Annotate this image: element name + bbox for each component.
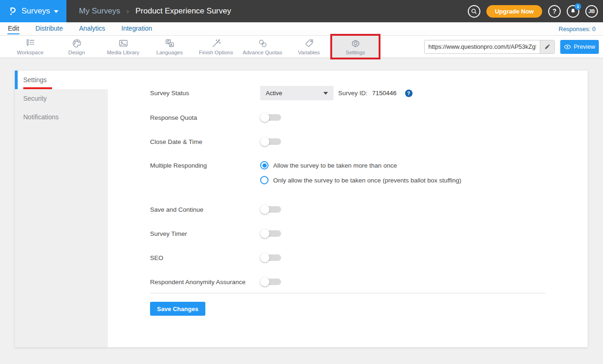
sidebar-item-settings[interactable]: Settings (15, 71, 108, 89)
seo-label: SEO (150, 254, 260, 261)
save-and-continue-toggle[interactable] (260, 205, 282, 214)
help-glyph: ? (552, 7, 557, 15)
finish-options-icon (211, 38, 222, 49)
toolbar-item-workspace[interactable]: Workspace (7, 36, 53, 58)
sidebar-item-label: Settings (23, 76, 47, 84)
preview-label: Preview (574, 43, 595, 50)
survey-id-value: 7150446 (372, 90, 397, 97)
breadcrumb-separator: › (127, 7, 129, 15)
toggle-knob (260, 253, 269, 262)
save-changes-button[interactable]: Save Changes (150, 302, 205, 316)
help-icon[interactable]: ? (405, 90, 413, 97)
notification-badge: 1 (575, 3, 581, 10)
survey-url-group (424, 40, 555, 54)
breadcrumb-parent[interactable]: My Surveys (79, 6, 120, 16)
avatar-initials: JB (588, 8, 595, 14)
seo-toggle[interactable] (260, 253, 282, 262)
variables-icon (304, 38, 315, 49)
settings-icon (350, 38, 361, 49)
breadcrumb: My Surveys › Product Experience Survey (79, 6, 231, 16)
languages-icon (164, 38, 175, 49)
survey-timer-row: Survey Timer (150, 229, 282, 238)
toolbar-item-finish-options[interactable]: Finish Options (193, 36, 239, 58)
toggle-knob (260, 277, 269, 286)
toolbar-item-label: Advance Quotas (243, 50, 282, 55)
sidebar-item-notifications[interactable]: Notifications (15, 108, 108, 126)
toolbar-item-label: Design (68, 50, 85, 55)
sidebar-item-label: Notifications (23, 113, 59, 121)
tab-analytics[interactable]: Analytics (79, 23, 105, 35)
toolbar-item-label: Variables (298, 50, 320, 55)
edit-url-button[interactable] (540, 40, 554, 53)
single-response-row: Only allow the survey to be taken once (… (150, 176, 461, 184)
help-button[interactable]: ? (548, 5, 561, 18)
toggle-knob (260, 137, 269, 146)
tab-integration[interactable]: Integration (121, 23, 152, 35)
avatar[interactable]: JB (585, 5, 598, 18)
toolbar-item-label: Settings (346, 50, 365, 55)
responses-count[interactable]: Responses: 0 (559, 26, 596, 32)
questionpro-logo-icon (8, 6, 18, 17)
toolbar-item-settings[interactable]: Settings (332, 36, 379, 58)
toolbar-item-label: Languages (157, 50, 183, 55)
survey-url-input[interactable] (425, 40, 540, 53)
pencil-icon (544, 44, 551, 50)
close-date-time-row: Close Date & Time (150, 137, 282, 146)
toolbar-right: Preview (424, 36, 603, 58)
toolbar-item-label: Finish Options (199, 50, 233, 55)
respondent-anonymity-toggle[interactable] (260, 277, 282, 286)
top-header: Surveys My Surveys › Product Experience … (0, 0, 603, 22)
toolbar-item-label: Media Library (107, 50, 139, 55)
form-divider (150, 293, 545, 293)
workspace-icon (25, 38, 36, 49)
settings-sidebar: Settings Security Notifications (15, 71, 108, 347)
response-quota-toggle[interactable] (260, 113, 282, 122)
product-menu[interactable]: Surveys (0, 0, 66, 22)
toggle-knob (260, 229, 269, 238)
product-menu-label: Surveys (21, 6, 50, 16)
eye-icon (564, 44, 571, 50)
edit-toolbar: Workspace Design Media Library Languages (0, 36, 603, 58)
toolbar-item-design[interactable]: Design (53, 36, 100, 58)
toolbar-item-label: Workspace (17, 50, 43, 55)
upgrade-now-button[interactable]: Upgrade Now (486, 5, 542, 18)
active-accent-bar (15, 71, 18, 89)
close-date-time-toggle[interactable] (260, 137, 282, 146)
tab-distribute[interactable]: Distribute (35, 23, 63, 35)
respondent-anonymity-row: Respondent Anonymity Assurance (150, 277, 282, 286)
survey-status-value: Active (266, 90, 282, 97)
advance-quotas-icon (257, 38, 268, 49)
survey-timer-label: Survey Timer (150, 230, 260, 237)
search-button[interactable] (468, 5, 480, 18)
survey-status-row: Survey Status Active Survey ID: 7150446 … (150, 86, 413, 100)
toolbar-item-variables[interactable]: Variables (286, 36, 332, 58)
chevron-down-icon (323, 92, 328, 95)
survey-timer-toggle[interactable] (260, 229, 282, 238)
sidebar-background (15, 126, 108, 347)
page-title: Product Experience Survey (135, 6, 231, 16)
tab-edit[interactable]: Edit (7, 23, 20, 35)
preview-button[interactable]: Preview (560, 40, 599, 54)
response-quota-row: Response Quota (150, 113, 282, 122)
survey-status-select[interactable]: Active (260, 86, 334, 100)
toolbar-item-advance-quotas[interactable]: Advance Quotas (239, 36, 286, 58)
seo-row: SEO (150, 253, 282, 262)
search-icon (471, 8, 478, 15)
response-quota-label: Response Quota (150, 114, 260, 121)
radio-icon (260, 161, 269, 169)
nav-tabs: Edit Distribute Analytics Integration (7, 23, 152, 35)
survey-status-label: Survey Status (150, 90, 260, 97)
design-icon (72, 38, 82, 49)
radio-icon (260, 176, 269, 184)
toolbar-item-languages[interactable]: Languages (146, 36, 193, 58)
toggle-knob (260, 113, 269, 122)
radio-option-once-only[interactable]: Only allow the survey to be taken once (… (260, 176, 461, 184)
save-and-continue-row: Save and Continue (150, 205, 282, 214)
radio-option-label: Only allow the survey to be taken once (… (273, 177, 461, 184)
multiple-responding-row: Multiple Responding Allow the survey to … (150, 161, 397, 169)
sidebar-item-security[interactable]: Security (15, 89, 108, 108)
settings-card: Settings Security Notifications Survey S… (15, 71, 588, 347)
radio-option-multiple-allowed[interactable]: Allow the survey to be taken more than o… (260, 161, 397, 169)
toolbar-item-media-library[interactable]: Media Library (100, 36, 146, 58)
notifications-button[interactable]: 1 (567, 5, 579, 18)
